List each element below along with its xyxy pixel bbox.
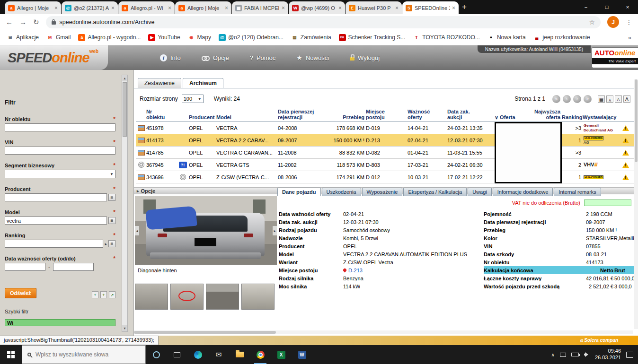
photo-prev-arrow[interactable]: ◂ [135, 226, 139, 235]
column-header[interactable]: Model [216, 114, 278, 121]
detail-tab-2[interactable]: Wyposażenie [362, 188, 403, 196]
filter-date-to[interactable] [53, 263, 94, 271]
cortana-button[interactable] [146, 345, 167, 364]
clear-filter-icon[interactable]: * [113, 209, 115, 215]
horizontal-scrollbar[interactable] [134, 330, 633, 334]
back-button[interactable]: ← [6, 18, 13, 26]
quick-filter-item[interactable]: Wi [5, 319, 115, 326]
column-header[interactable]: Data pierwszej rejestracji [278, 109, 321, 121]
bookmark-star-icon[interactable]: ☆ [589, 18, 595, 26]
scrollbar-thumb[interactable] [134, 331, 276, 334]
word-button[interactable]: W [292, 345, 312, 364]
page-next-button[interactable]: › [573, 95, 581, 103]
taskbar-search[interactable] [22, 345, 146, 364]
column-header[interactable]: Wystawiający [583, 114, 620, 121]
window-close-button[interactable]: × [617, 0, 638, 14]
window-minimize-button[interactable]: − [576, 0, 596, 14]
tab-close-icon[interactable]: × [225, 5, 228, 11]
filter-input-nr-obiektu[interactable] [5, 123, 115, 131]
tab-close-icon[interactable]: × [452, 5, 455, 11]
scrollbar-thumb[interactable] [123, 82, 127, 137]
photo-thumbnail[interactable] [135, 284, 168, 310]
scrollbar-thumb[interactable] [635, 79, 638, 162]
photo-icon[interactable] [138, 174, 145, 180]
chrome-button[interactable] [250, 345, 271, 364]
filter-select-segment-biznesowy[interactable]: ▼ [5, 170, 115, 178]
volume-icon[interactable] [584, 352, 590, 357]
sort-icon[interactable]: ∨ [495, 114, 500, 120]
photo-thumbnail[interactable] [241, 284, 275, 310]
dropdown-arrow-icon[interactable]: ▸ [105, 242, 107, 246]
font-size-button[interactable]: A [606, 95, 613, 103]
tab-close-icon[interactable]: × [395, 5, 399, 11]
view-tab-1[interactable]: Archiwum [183, 78, 223, 88]
bookmarks-overflow-chevron[interactable]: » [628, 34, 631, 41]
edge-button[interactable] [187, 345, 208, 364]
excel-button[interactable]: X [271, 345, 292, 364]
bookmark-item[interactable]: DBSchenker Tracking S... [339, 34, 406, 41]
font-size-button[interactable]: A [623, 95, 630, 103]
clear-filter-icon[interactable]: * [113, 233, 115, 238]
filter-input-ranking[interactable] [5, 240, 103, 248]
page-size-select[interactable]: 100 ▼ [182, 95, 204, 103]
nav-item-star[interactable]: ★Nowości [296, 54, 329, 61]
page-last-button[interactable]: » [584, 95, 592, 103]
browser-tab[interactable]: EHuawei P30 P× [346, 1, 402, 14]
bookmark-item[interactable]: ▄jeep rozkodowanie [533, 34, 590, 41]
detail-tab-6[interactable]: Internal remarks [554, 188, 601, 196]
add-filter-icon[interactable]: + [100, 291, 107, 298]
column-header[interactable]: Przebieg [321, 114, 366, 121]
disc-icon[interactable] [138, 162, 144, 168]
column-header[interactable]: Miejsce postoju [366, 109, 408, 121]
nav-item-lock[interactable]: Wyloguj [350, 54, 380, 61]
filter-date-from[interactable] [5, 263, 45, 271]
warning-icon[interactable] [622, 138, 629, 143]
bookmark-item[interactable]: ⊞Aplikacje [7, 34, 39, 41]
clear-filter-icon[interactable]: * [113, 139, 115, 145]
open-filter-icon[interactable]: ↗ [109, 291, 115, 298]
detail-tab-0[interactable]: Dane pojazdu [277, 188, 321, 196]
detail-tab-4[interactable]: Uwagi [468, 188, 492, 196]
bookmark-item[interactable]: ●Nowa karta [487, 34, 526, 41]
forward-button[interactable]: → [19, 18, 27, 26]
photo-thumbnail[interactable] [170, 284, 204, 310]
clear-filter-icon[interactable]: * [113, 256, 115, 261]
column-header[interactable]: Ranking [562, 114, 583, 121]
browser-tab[interactable]: aAllegro | Moje× [175, 1, 231, 14]
browser-tab[interactable]: aAllegro | Moje× [5, 1, 61, 14]
battery-icon[interactable] [571, 353, 579, 356]
column-header[interactable]: Data zak. aukcji [447, 109, 495, 121]
column-header[interactable]: Najwyższa oferta [528, 109, 562, 121]
column-header[interactable]: Nr obiektu [146, 109, 177, 121]
taskbar-clock[interactable]: 09:46 26.03.2021 [595, 348, 621, 361]
photo-thumbnail[interactable] [206, 284, 239, 310]
filter-input-model[interactable] [5, 217, 107, 225]
tab-close-icon[interactable]: × [338, 5, 342, 11]
new-tab-button[interactable]: + [462, 2, 467, 12]
clear-filter-icon[interactable]: * [113, 186, 115, 192]
photo-icon[interactable] [138, 138, 145, 143]
nav-item-question[interactable]: ?Pomoc [250, 54, 276, 61]
refresh-button[interactable]: ↻ [33, 18, 39, 26]
bookmark-item[interactable]: aAllegro.pl - wygodn... [78, 34, 141, 41]
browser-menu-icon[interactable]: ⋮ [626, 18, 632, 26]
refresh-button[interactable]: Odśwież [5, 288, 36, 298]
bookmark-item[interactable]: MGmail [46, 34, 71, 41]
column-header[interactable]: Producent [189, 114, 216, 121]
page-first-button[interactable]: « [552, 95, 560, 103]
bookmark-item[interactable]: TTOYOTA ROZKODO... [413, 34, 480, 41]
export-icon[interactable]: ▦ [598, 95, 605, 103]
save-filter-icon[interactable]: + [92, 291, 98, 298]
warning-icon[interactable] [622, 125, 629, 131]
browser-tab[interactable]: W@wp (4699) O× [289, 1, 345, 14]
search-input[interactable] [35, 351, 140, 358]
tray-expand-icon[interactable]: ∧ [551, 352, 555, 357]
column-header[interactable]: Ważność oferty [408, 109, 447, 121]
bookmark-item[interactable]: ◉Mapy [188, 34, 211, 41]
page-prev-button[interactable]: ‹ [563, 95, 571, 103]
list-picker-button[interactable]: ≡ [108, 194, 115, 201]
scroll-down-icon[interactable]: ▼ [122, 325, 127, 331]
bookmark-item[interactable]: ▤Zamówienia [291, 34, 331, 41]
task-view-button[interactable] [167, 345, 187, 364]
view-tab-0[interactable]: Zestawienie [138, 78, 181, 88]
